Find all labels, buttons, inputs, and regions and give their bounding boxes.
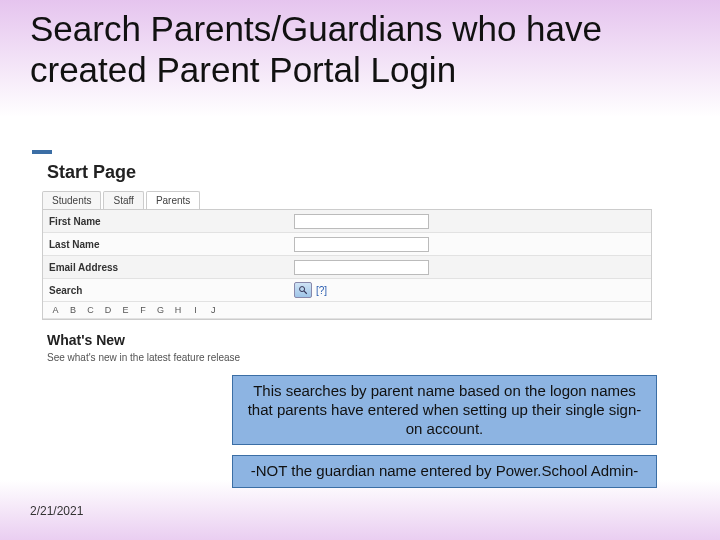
alpha-a[interactable]: A: [49, 305, 63, 315]
row-first-name: First Name: [43, 210, 651, 233]
alpha-i[interactable]: I: [189, 305, 203, 315]
input-email[interactable]: [294, 260, 429, 275]
alpha-j[interactable]: J: [207, 305, 221, 315]
whats-new-title: What's New: [47, 332, 657, 348]
row-email: Email Address: [43, 256, 651, 279]
tab-parents[interactable]: Parents: [146, 191, 200, 209]
callout-1: This searches by parent name based on th…: [232, 375, 657, 445]
search-button[interactable]: [294, 282, 312, 298]
label-email: Email Address: [49, 262, 294, 273]
tabs: Students Staff Parents: [42, 191, 657, 209]
tab-students[interactable]: Students: [42, 191, 101, 209]
alpha-c[interactable]: C: [84, 305, 98, 315]
alpha-d[interactable]: D: [102, 305, 116, 315]
input-first-name[interactable]: [294, 214, 429, 229]
row-last-name: Last Name: [43, 233, 651, 256]
label-search: Search: [49, 285, 294, 296]
bottom-gradient: [0, 480, 720, 540]
search-icon: [298, 285, 308, 295]
search-form: First Name Last Name Email Address Searc…: [42, 209, 652, 320]
alpha-browse: A B C D E F G H I J: [43, 302, 651, 319]
alpha-b[interactable]: B: [67, 305, 81, 315]
page-title: Start Page: [47, 162, 657, 183]
alpha-h[interactable]: H: [172, 305, 186, 315]
whats-new-sub: See what's new in the latest feature rel…: [47, 352, 657, 363]
footer-date: 2/21/2021: [30, 504, 83, 518]
input-last-name[interactable]: [294, 237, 429, 252]
row-search: Search [?]: [43, 279, 651, 302]
label-last-name: Last Name: [49, 239, 294, 250]
alpha-g[interactable]: G: [154, 305, 168, 315]
svg-line-1: [304, 291, 307, 294]
callout-2: -NOT the guardian name entered by Power.…: [232, 455, 657, 488]
slide-title: Search Parents/Guardians who have create…: [30, 8, 690, 91]
header-accent: [32, 150, 52, 154]
tab-staff[interactable]: Staff: [103, 191, 143, 209]
alpha-e[interactable]: E: [119, 305, 133, 315]
alpha-f[interactable]: F: [137, 305, 151, 315]
label-first-name: First Name: [49, 216, 294, 227]
help-link[interactable]: [?]: [316, 285, 327, 296]
svg-point-0: [300, 287, 305, 292]
